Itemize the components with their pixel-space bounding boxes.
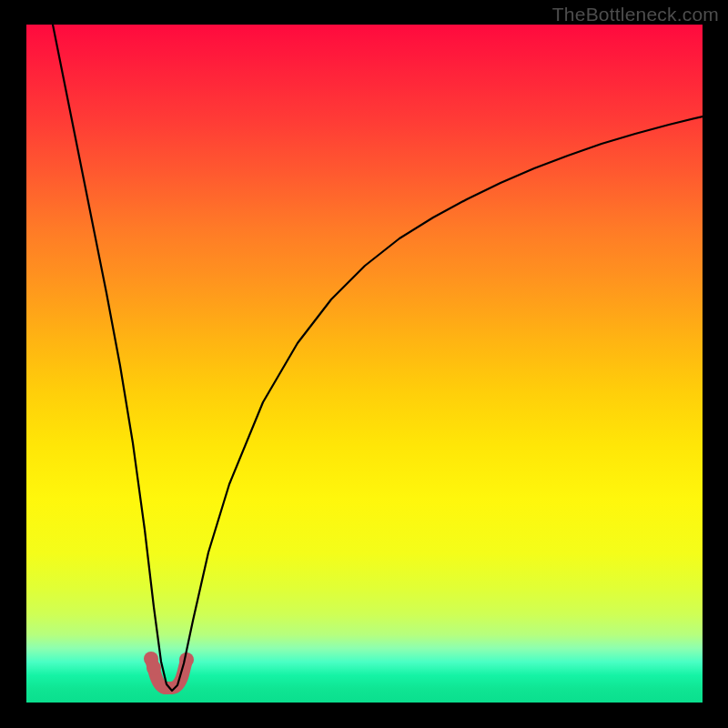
plot-area bbox=[26, 25, 703, 703]
optimal-tip-highlight bbox=[144, 652, 194, 688]
bottleneck-curve bbox=[53, 25, 703, 691]
chart-stage: TheBottleneck.com bbox=[0, 0, 728, 728]
chart-svg bbox=[26, 25, 703, 703]
svg-point-1 bbox=[147, 661, 161, 675]
watermark-link[interactable]: TheBottleneck.com bbox=[552, 4, 719, 25]
